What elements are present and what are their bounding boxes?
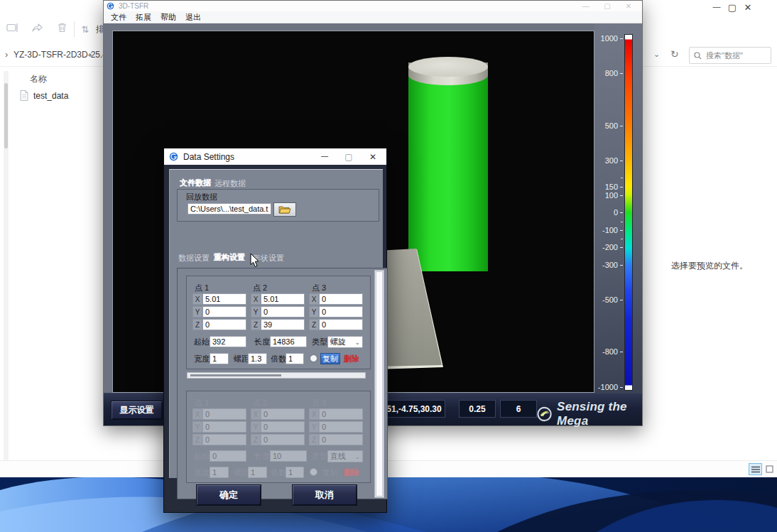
dialog-titlebar[interactable]: Data Settings — ▢ ✕ [164, 148, 386, 165]
p2-y-input[interactable] [261, 306, 305, 317]
chevron-right-icon: › [89, 49, 92, 60]
p1-x-input[interactable] [202, 293, 246, 305]
x-axis-label: X [251, 408, 261, 420]
scrollbar-thumb[interactable] [4, 83, 8, 148]
pitch-label: 螺距 [234, 467, 249, 479]
colorbar-tick: 800 [605, 69, 623, 77]
menu-help[interactable]: 帮助 [159, 12, 178, 23]
type-select[interactable]: 直线⌄ [327, 450, 363, 462]
start-label: 起始 [194, 336, 210, 348]
breadcrumb[interactable]: YZ-3D-TSFR-2D3D-25.4.2 [13, 50, 114, 60]
colorbar-tick: -300 [602, 261, 623, 269]
delete-icon[interactable] [50, 23, 74, 36]
p1-y-input[interactable] [202, 306, 246, 317]
maximize-icon[interactable]: ▢ [337, 152, 361, 162]
p1-y-input[interactable] [202, 421, 246, 433]
search-box[interactable]: 搜索"数据" [689, 47, 771, 64]
menu-exit[interactable]: 退出 [184, 12, 202, 23]
y-axis-label: Y [251, 306, 261, 317]
refresh-icon[interactable]: ↻ [670, 48, 679, 60]
minimize-icon[interactable]: — [575, 2, 597, 10]
p2-z-input[interactable] [261, 319, 305, 330]
start-input[interactable] [210, 450, 246, 462]
close-icon[interactable]: ✕ [618, 2, 639, 10]
details-view-icon[interactable] [749, 464, 761, 474]
horizontal-scrollbar[interactable] [187, 372, 366, 379]
colorbar-tick: -500 [602, 295, 623, 304]
width-input[interactable] [210, 353, 229, 364]
close-icon[interactable]: ✕ [361, 152, 385, 162]
p3-x-input[interactable] [319, 293, 363, 305]
delete-button[interactable]: 删除 [344, 467, 359, 478]
cancel-button[interactable]: 取消 [292, 484, 357, 506]
maximize-icon[interactable]: ▢ [724, 2, 740, 13]
playback-path-input[interactable] [188, 203, 271, 215]
colorbar-minor-tick [621, 222, 623, 222]
chevron-right-icon: › [5, 49, 8, 60]
length-input[interactable] [270, 336, 307, 347]
left-scrollbar[interactable] [4, 71, 9, 460]
tab-file-data[interactable]: 文件数据 [180, 178, 211, 188]
dialog-scrollbar[interactable] [374, 270, 384, 498]
p3-y-input[interactable] [319, 421, 363, 433]
copy-button[interactable]: 复制 [320, 353, 340, 364]
p3-y-input[interactable] [319, 306, 363, 317]
display-settings-button[interactable]: 显示设置 [111, 401, 163, 420]
tab-rebuild-settings[interactable]: 重构设置 [214, 252, 245, 263]
menu-extend[interactable]: 拓展 [134, 12, 153, 23]
list-item[interactable]: test_data [20, 90, 68, 101]
p1-z-input[interactable] [202, 319, 246, 330]
multiple-input[interactable] [286, 467, 304, 478]
thumbnail-view-icon[interactable] [764, 464, 776, 474]
minimize-icon[interactable]: — [313, 152, 337, 162]
p1-x-input[interactable] [202, 408, 246, 420]
search-icon [694, 52, 702, 60]
scrollbar-thumb[interactable] [376, 271, 383, 496]
share-icon[interactable] [24, 23, 50, 36]
pitch-input[interactable] [248, 353, 267, 364]
file-name: test_data [33, 91, 68, 101]
sort-icon[interactable]: ⇅ [75, 24, 96, 35]
screen: — ▢ ✕ ⇅ 排 › YZ-3D-TSFR-2D3D-25.4.2 › ⌄ [0, 0, 777, 532]
app-title: 3D-TSFR [119, 2, 148, 10]
select-radio[interactable] [310, 468, 317, 476]
p3-z-input[interactable] [319, 434, 363, 445]
chevron-down-icon[interactable]: ⌄ [653, 50, 660, 59]
pitch-input[interactable] [248, 467, 267, 478]
point1-label: 点 1 [195, 283, 209, 293]
maximize-icon[interactable]: ▢ [597, 2, 618, 10]
z-axis-label: Z [251, 319, 261, 330]
type-select[interactable]: 螺旋⌄ [327, 336, 363, 348]
multiple-label: 倍数 [271, 353, 286, 365]
playback-label: 回放数据 [186, 192, 217, 202]
copy-button[interactable]: 复制 [320, 467, 340, 478]
length-input[interactable] [270, 450, 307, 462]
multiple-input[interactable] [286, 353, 304, 364]
p2-z-input[interactable] [261, 434, 305, 445]
start-input[interactable] [210, 336, 246, 347]
p2-x-input[interactable] [261, 293, 305, 305]
app-titlebar[interactable]: 3D-TSFR — ▢ ✕ [104, 1, 642, 11]
menu-file[interactable]: 文件 [109, 12, 128, 23]
app-logo-icon [107, 2, 114, 10]
column-header-name[interactable]: 名称 [30, 73, 47, 85]
p1-z-input[interactable] [202, 434, 246, 445]
browse-folder-button[interactable] [273, 202, 296, 217]
close-icon[interactable]: ✕ [740, 2, 756, 13]
delete-button[interactable]: 删除 [344, 354, 359, 364]
width-input[interactable] [210, 467, 229, 478]
p3-x-input[interactable] [319, 408, 363, 420]
rename-icon[interactable] [0, 23, 24, 36]
p2-y-input[interactable] [261, 421, 305, 433]
p3-z-input[interactable] [319, 319, 363, 330]
minimize-icon[interactable]: — [709, 2, 724, 13]
p2-x-input[interactable] [261, 408, 305, 420]
ok-button[interactable]: 确定 [196, 484, 261, 506]
y-axis-label: Y [251, 421, 261, 433]
z-axis-label: Z [192, 319, 202, 330]
tab-remote-data[interactable]: 远程数据 [214, 178, 246, 189]
tab-data-settings[interactable]: 数据设置 [178, 253, 210, 264]
width-label: 宽度 [194, 467, 210, 479]
select-radio[interactable] [310, 354, 317, 362]
scrollbar-thumb[interactable] [190, 374, 281, 376]
